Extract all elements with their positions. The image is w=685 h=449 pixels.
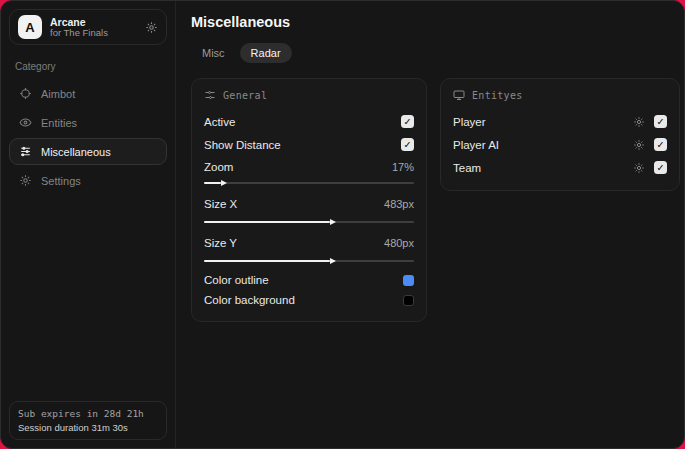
- tab-misc[interactable]: Misc: [191, 43, 236, 63]
- session-duration-text: Session duration 31m 30s: [18, 422, 158, 433]
- profile-text: Arcane for The Finals: [50, 16, 137, 39]
- entity-controls: [633, 161, 667, 174]
- app-name: Arcane: [50, 16, 137, 28]
- size-x-value: 483px: [384, 198, 414, 210]
- color-background-swatch[interactable]: [403, 295, 414, 306]
- entity-controls: [633, 138, 667, 151]
- app-subtitle: for The Finals: [50, 28, 137, 39]
- sidebar-nav: Aimbot Entities Miscellaneous: [9, 80, 167, 194]
- toggle-row-show-distance: Show Distance: [204, 133, 414, 156]
- slider-track: [204, 182, 414, 184]
- tab-radar[interactable]: Radar: [240, 43, 292, 63]
- category-label: Category: [15, 61, 161, 72]
- slider-row-zoom: Zoom 17%: [204, 156, 414, 177]
- slider-fill: [204, 221, 330, 223]
- page-title: Miscellaneous: [191, 14, 680, 30]
- slider-fill: [204, 260, 330, 262]
- entity-controls: [633, 115, 667, 128]
- player-checkbox[interactable]: [654, 115, 667, 128]
- sliders-icon: [19, 145, 32, 158]
- color-row-background: Color background: [204, 290, 414, 310]
- entities-card-header: Entityes: [453, 89, 667, 101]
- active-checkbox[interactable]: [401, 115, 414, 128]
- sidebar-item-label: Entities: [41, 117, 77, 129]
- size-y-value: 480px: [384, 237, 414, 249]
- gear-icon: [19, 174, 32, 187]
- slider-fill: [204, 182, 221, 184]
- sidebar-item-label: Aimbot: [41, 88, 75, 100]
- gear-icon[interactable]: [633, 162, 645, 174]
- team-checkbox[interactable]: [654, 161, 667, 174]
- slider-row-size-x: Size X 483px: [204, 192, 414, 216]
- gear-icon[interactable]: [633, 116, 645, 128]
- color-row-outline: Color outline: [204, 270, 414, 290]
- color-outline-swatch[interactable]: [403, 275, 414, 286]
- zoom-value: 17%: [392, 161, 414, 173]
- subscription-box: Sub expires in 28d 21h Session duration …: [9, 401, 167, 440]
- player-ai-checkbox[interactable]: [654, 138, 667, 151]
- tab-bar: Misc Radar: [191, 43, 680, 63]
- profile-card: A Arcane for The Finals: [9, 9, 167, 45]
- sidebar-item-entities[interactable]: Entities: [9, 109, 167, 136]
- sidebar-item-miscellaneous[interactable]: Miscellaneous: [9, 138, 167, 165]
- sidebar-item-settings[interactable]: Settings: [9, 167, 167, 194]
- slider-thumb[interactable]: [221, 180, 227, 186]
- entity-row-player: Player: [453, 110, 667, 133]
- toggle-row-active: Active: [204, 110, 414, 133]
- sliders-horizontal-icon: [204, 89, 216, 101]
- gear-icon[interactable]: [633, 139, 645, 151]
- sidebar: A Arcane for The Finals Category: [1, 1, 176, 448]
- monitor-icon: [453, 89, 465, 101]
- slider-thumb[interactable]: [330, 258, 336, 264]
- eye-icon: [19, 116, 32, 129]
- general-card: General Active Show Distance Zoom 17%: [191, 78, 427, 322]
- cards-row: General Active Show Distance Zoom 17%: [191, 78, 680, 322]
- sidebar-item-label: Settings: [41, 175, 81, 187]
- entities-card-title: Entityes: [472, 90, 523, 101]
- gear-icon[interactable]: [145, 21, 158, 34]
- sidebar-item-aimbot[interactable]: Aimbot: [9, 80, 167, 107]
- entity-row-team: Team: [453, 156, 667, 179]
- show-distance-checkbox[interactable]: [401, 138, 414, 151]
- zoom-slider[interactable]: [204, 179, 414, 187]
- size-x-slider[interactable]: [204, 218, 414, 226]
- general-card-title: General: [223, 90, 267, 101]
- size-y-slider[interactable]: [204, 257, 414, 265]
- entities-card: Entityes Player P: [440, 78, 680, 191]
- app-window: A Arcane for The Finals Category: [0, 0, 685, 449]
- general-card-header: General: [204, 89, 414, 101]
- slider-thumb[interactable]: [330, 219, 336, 225]
- main-content: Miscellaneous Misc Radar General Active: [176, 1, 685, 448]
- sidebar-item-label: Miscellaneous: [41, 146, 111, 158]
- crosshair-icon: [19, 87, 32, 100]
- app-logo: A: [18, 15, 42, 39]
- entity-row-player-ai: Player AI: [453, 133, 667, 156]
- sub-expiry-text: Sub expires in 28d 21h: [18, 408, 158, 419]
- slider-row-size-y: Size Y 480px: [204, 231, 414, 255]
